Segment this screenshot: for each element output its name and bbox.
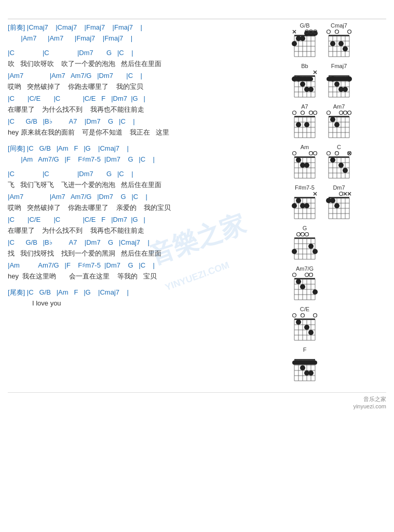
footer-logo: 音乐之家 yinyuezi.com	[8, 392, 386, 409]
chord-diagram-name: Am7	[333, 103, 345, 110]
svg-point-132	[314, 152, 317, 155]
chord-diagram: Dm7	[324, 184, 354, 223]
chord-diagram: G/B	[290, 22, 319, 61]
lyrics-gap	[8, 283, 285, 287]
chord-diagram-name: Am	[301, 144, 309, 150]
chord-line: |Am7 |Am7 Am7/G |Dm7 G |C |	[8, 192, 285, 202]
svg-rect-23	[329, 35, 349, 36]
chord-line: [间奏] |C G/B |Am F |G |Cmaj7 |	[8, 143, 285, 154]
svg-point-58	[308, 87, 314, 92]
svg-point-239	[296, 320, 301, 325]
svg-point-131	[309, 152, 313, 155]
chord-diagram-name: F#m7-5	[295, 184, 315, 191]
chord-diagram-row: G	[290, 225, 386, 263]
svg-point-39	[335, 30, 339, 34]
lyric-line: hey 原来就在我的面前 可是你不知道 我正在 这里	[8, 127, 285, 138]
svg-point-168	[304, 203, 309, 208]
svg-point-75	[334, 82, 339, 87]
svg-point-109	[330, 117, 335, 122]
chord-diagram-name: G/B	[300, 22, 310, 29]
svg-point-203	[292, 249, 297, 254]
svg-point-127	[296, 157, 301, 163]
lyric-line: I love you	[8, 298, 285, 309]
svg-point-225	[305, 273, 309, 277]
lyric-line: 在哪里了 为什么找不到 我再也不能往前走	[8, 225, 285, 236]
lyrics-section: [前奏] |Cmaj7 |Cmaj7 |Fmaj7 |Fmaj7 | |Am7 …	[8, 22, 290, 387]
svg-point-96	[314, 111, 317, 115]
svg-point-148	[327, 152, 331, 155]
svg-point-240	[304, 325, 309, 330]
chord-diagram-row: G/BCmaj7	[290, 22, 386, 61]
svg-point-112	[339, 111, 343, 115]
svg-point-147	[343, 168, 348, 173]
svg-point-94	[301, 111, 305, 115]
page: [前奏] |Cmaj7 |Cmaj7 |Fmaj7 |Fmaj7 | |Am7 …	[0, 0, 394, 532]
chord-line: |C G/B |B♭ A7 |Dm7 G |Cmaj7 |	[8, 237, 285, 248]
chord-line: |Am Am7/G |F F♯m7-5 |Dm7 G |C |	[8, 154, 285, 165]
svg-point-241	[308, 330, 314, 335]
svg-point-40	[348, 30, 351, 34]
lyric-line: 找 我们找呀找 找到一个爱的黑洞 然后住在里面	[8, 248, 285, 259]
svg-point-204	[308, 244, 314, 249]
divider	[8, 19, 386, 19]
svg-point-223	[313, 289, 318, 295]
lyrics-gap	[8, 165, 285, 169]
svg-point-114	[348, 111, 351, 115]
chord-diagram-row: F#m7-5Dm7	[290, 184, 386, 223]
chord-diagram-name: Dm7	[333, 184, 345, 191]
chord-line: |Am Am7/G |F F♯m7-5 |Dm7 G |C |	[8, 260, 285, 271]
lyrics-gap	[8, 44, 285, 48]
chord-line: |C |C |Dm7 G |C |	[8, 48, 285, 58]
svg-point-110	[334, 122, 339, 127]
svg-point-111	[327, 111, 331, 115]
lyrics-gap	[8, 139, 285, 143]
svg-point-208	[305, 233, 309, 236]
footer-url: yinyuezi.com	[353, 403, 386, 409]
svg-point-206	[297, 233, 301, 236]
svg-point-74	[330, 76, 335, 82]
svg-point-129	[304, 163, 309, 168]
chord-line: |C G/B |B♭ A7 |Dm7 G |C |	[8, 116, 285, 127]
svg-point-224	[293, 273, 296, 277]
svg-point-244	[314, 314, 317, 317]
svg-point-149	[335, 152, 339, 155]
svg-point-12	[292, 41, 297, 46]
svg-point-77	[343, 87, 348, 92]
svg-point-260	[308, 370, 314, 376]
svg-point-243	[301, 314, 305, 317]
svg-point-36	[338, 41, 344, 46]
chord-diagram-row: C/E	[290, 306, 386, 344]
footer-logo-text: 音乐之家	[363, 396, 386, 402]
svg-point-14	[300, 36, 305, 41]
chord-diagram-name: C	[337, 144, 341, 150]
chord-diagram-row: AmC	[290, 144, 386, 182]
svg-point-166	[296, 198, 301, 203]
svg-point-184	[330, 198, 335, 203]
chord-line: |Am7 |Am7 |Fmaj7 |Fmaj7 |	[8, 33, 285, 44]
svg-point-185	[334, 203, 339, 208]
chord-diagram-row: Am7/G	[290, 265, 386, 304]
svg-point-186	[339, 192, 343, 196]
chord-diagram: C	[324, 144, 354, 182]
svg-rect-191	[294, 237, 315, 239]
chord-line: |C |C/E |C |C/E F |Dm7 |G |	[8, 94, 285, 104]
chord-diagram-name: F	[303, 347, 307, 353]
chord-diagram: C/E	[290, 306, 319, 344]
chord-diagram-name: C/E	[300, 306, 309, 312]
chord-diagram: G	[290, 225, 319, 263]
lyric-line: 吹 我们吹呀吹 吹了一个爱的泡泡 然后住在里面	[8, 59, 285, 69]
svg-point-226	[309, 273, 313, 277]
main-content: [前奏] |Cmaj7 |Cmaj7 |Fmaj7 |Fmaj7 | |Am7 …	[8, 22, 386, 387]
lyric-line: 在哪里了 为什么找不到 我再也不能往前走	[8, 104, 285, 115]
chord-diagram: Bb	[290, 63, 319, 101]
lyric-line: 哎哟 突然破掉了 你跑去哪里了 亲爱的 我的宝贝	[8, 203, 285, 213]
chord-diagram-name: Am7/G	[296, 265, 314, 272]
chord-diagram: F	[290, 347, 319, 385]
chords-section: G/BCmaj7BbFmaj7A7Am7AmCF#m7-5Dm7GAm7/GC/…	[290, 22, 386, 387]
svg-point-130	[293, 152, 296, 155]
chord-diagram: A7	[290, 103, 319, 142]
lyric-line: 哎哟 突然破掉了 你跑去哪里了 我的宝贝	[8, 82, 285, 92]
svg-rect-79	[294, 116, 315, 117]
chord-diagram: Cmaj7	[324, 22, 354, 61]
lyric-line: 飞 我们飞呀飞 飞进一个爱的泡泡 然后住在里面	[8, 180, 285, 190]
